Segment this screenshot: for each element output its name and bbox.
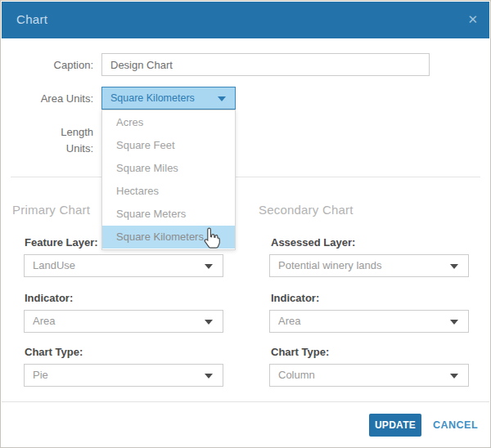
menu-item-square-kilometers[interactable]: Square Kilometers: [102, 226, 235, 249]
dialog-title: Chart: [16, 12, 47, 26]
chevron-down-icon: [218, 96, 226, 101]
secondary-chart-type-value: Column: [278, 369, 315, 381]
footer-divider: [2, 401, 489, 402]
menu-item-acres[interactable]: Acres: [102, 111, 235, 134]
area-units-menu: Acres Square Feet Square Miles Hectares …: [101, 110, 236, 250]
primary-indicator-value: Area: [33, 315, 55, 327]
chevron-down-icon: [450, 320, 458, 325]
chevron-down-icon: [205, 374, 213, 379]
chevron-down-icon: [450, 264, 458, 269]
close-icon[interactable]: ✕: [464, 11, 481, 29]
caption-label: Caption:: [1, 59, 93, 71]
caption-input[interactable]: [101, 53, 430, 76]
assessed-layer-select[interactable]: Potential winery lands: [269, 254, 469, 277]
chevron-down-icon: [205, 264, 213, 269]
dialog-header: Chart ✕: [2, 2, 489, 38]
primary-chart-type-label: Chart Type:: [25, 346, 83, 358]
update-button[interactable]: UPDATE: [369, 414, 421, 437]
chart-dialog: Chart ✕ Caption: Area Units: Square Kilo…: [0, 0, 491, 448]
menu-item-square-miles[interactable]: Square Miles: [102, 157, 235, 180]
chevron-down-icon: [205, 320, 213, 325]
secondary-indicator-select[interactable]: Area: [269, 310, 469, 333]
primary-chart-type-value: Pie: [33, 369, 48, 381]
menu-item-square-meters[interactable]: Square Meters: [102, 203, 235, 226]
section-divider: [11, 177, 480, 177]
primary-indicator-label: Indicator:: [25, 292, 73, 304]
cancel-button[interactable]: CANCEL: [433, 419, 478, 431]
area-units-label: Area Units:: [1, 92, 93, 105]
area-units-value: Square Kilometers: [110, 92, 195, 104]
assessed-layer-value: Potential winery lands: [278, 259, 381, 271]
menu-item-hectares[interactable]: Hectares: [102, 180, 235, 203]
primary-chart-heading: Primary Chart: [12, 203, 90, 217]
menu-item-square-feet[interactable]: Square Feet: [102, 134, 235, 157]
secondary-indicator-label: Indicator:: [271, 292, 319, 304]
feature-layer-select[interactable]: LandUse: [24, 254, 223, 277]
feature-layer-label: Feature Layer:: [25, 236, 98, 249]
primary-indicator-select[interactable]: Area: [24, 310, 223, 333]
secondary-chart-type-select[interactable]: Column: [269, 364, 469, 387]
chevron-down-icon: [450, 374, 458, 379]
primary-chart-type-select[interactable]: Pie: [24, 364, 223, 387]
secondary-indicator-value: Area: [278, 315, 300, 327]
secondary-chart-heading: Secondary Chart: [259, 203, 354, 217]
assessed-layer-label: Assessed Layer:: [271, 236, 355, 249]
length-units-label: Length Units:: [49, 124, 93, 157]
feature-layer-value: LandUse: [33, 259, 75, 271]
secondary-chart-type-label: Chart Type:: [271, 346, 329, 358]
area-units-dropdown[interactable]: Square Kilometers: [101, 87, 236, 110]
